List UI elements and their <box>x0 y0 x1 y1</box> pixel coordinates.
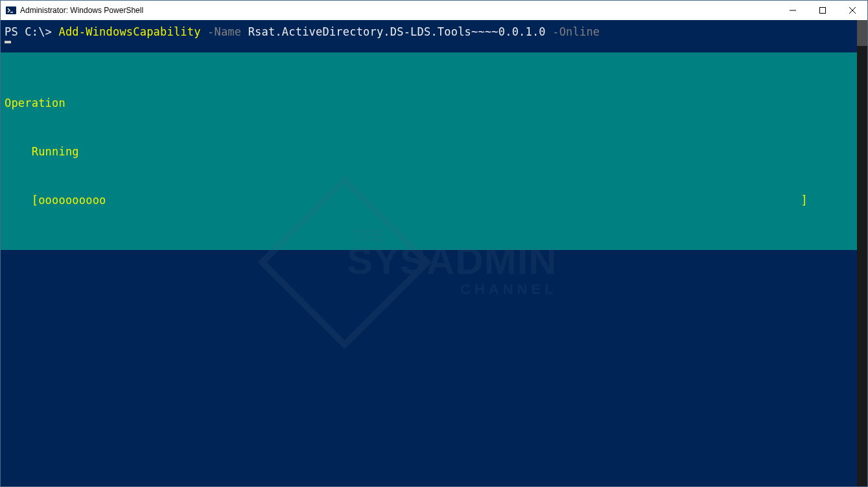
titlebar[interactable]: Administrator: Windows PowerShell <box>1 1 867 20</box>
terminal-area: PS C:\> Add-WindowsCapability -Name Rsat… <box>1 20 867 486</box>
window-title: Administrator: Windows PowerShell <box>20 6 778 15</box>
maximize-button[interactable] <box>808 1 838 20</box>
progress-bar-indent <box>5 192 32 209</box>
svg-rect-0 <box>6 6 16 14</box>
terminal[interactable]: PS C:\> Add-WindowsCapability -Name Rsat… <box>1 20 857 486</box>
cursor-line <box>1 41 857 52</box>
prompt: PS C:\> <box>5 25 58 38</box>
command-line: PS C:\> Add-WindowsCapability -Name Rsat… <box>1 20 857 41</box>
cursor <box>5 41 11 43</box>
watermark-line3: CHANNEL <box>347 282 557 297</box>
param-online-flag: -Online <box>546 25 600 38</box>
svg-rect-3 <box>820 8 826 14</box>
progress-title: Operation <box>5 95 853 111</box>
powershell-icon <box>6 5 16 16</box>
scrollbar-thumb[interactable] <box>857 20 867 46</box>
progress-bar-close: ] <box>801 192 853 209</box>
progress-status: Running <box>5 144 853 160</box>
window-controls <box>778 1 867 20</box>
param-name-flag: -Name <box>201 25 248 38</box>
minimize-button[interactable] <box>778 1 808 20</box>
progress-bar: [oooooooooo] <box>5 192 853 209</box>
progress-banner: Operation Running [oooooooooo] <box>1 52 857 250</box>
progress-bar-open: [ <box>32 192 38 209</box>
close-button[interactable] <box>838 1 867 20</box>
powershell-window: Administrator: Windows PowerShell PS C:\… <box>0 0 868 487</box>
progress-bar-fill: oooooooooo <box>38 192 106 209</box>
scrollbar[interactable] <box>857 20 867 486</box>
param-name-value: Rsat.ActiveDirectory.DS-LDS.Tools~~~~0.0… <box>248 25 546 38</box>
cmdlet: Add-WindowsCapability <box>58 25 200 38</box>
